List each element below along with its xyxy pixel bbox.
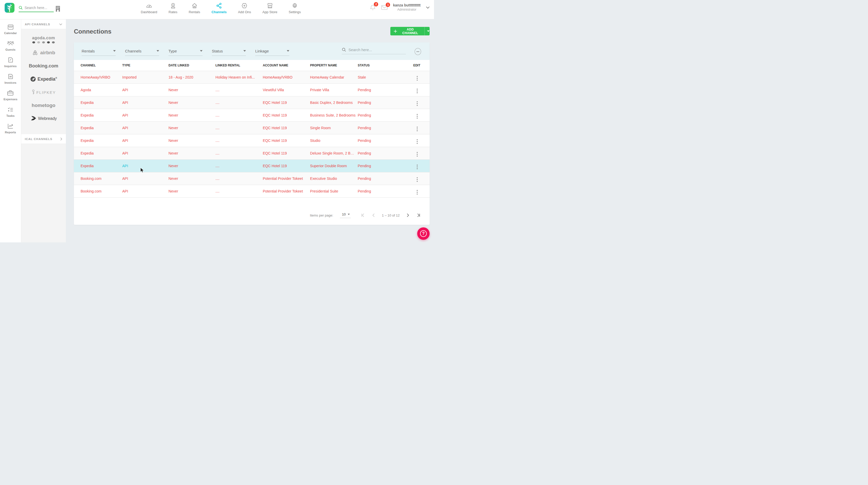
row-edit-kebab-icon[interactable] — [398, 84, 430, 96]
nav-rentals[interactable]: Rentals — [189, 2, 200, 14]
messages-button[interactable]: 1 — [381, 5, 388, 10]
nav-rates[interactable]: $ Rates — [169, 2, 178, 14]
row-edit-kebab-icon[interactable] — [398, 96, 430, 109]
user-menu-chevron-down-icon[interactable] — [426, 6, 430, 9]
channel-logo-flipkey[interactable]: FLIPKEY — [31, 88, 56, 97]
chevron-down-icon — [59, 23, 62, 25]
filter-linkage[interactable]: Linkage — [255, 49, 289, 56]
channel-logo-booking[interactable]: Booking.com — [29, 61, 58, 70]
table-row[interactable]: ExpediaAPINever....EQC Hotel 119Deluxe S… — [74, 147, 430, 159]
cell-channel[interactable]: HomeAway/VRBO — [74, 71, 122, 84]
cell-channel[interactable]: Expedia — [74, 96, 122, 109]
cell-channel[interactable]: Expedia — [74, 134, 122, 147]
sidebar-item-invoices[interactable]: Invoices — [4, 73, 16, 84]
user-menu[interactable]: kanza butttttttttt Administrator — [393, 3, 421, 11]
sidebar-label: Expenses — [4, 98, 18, 101]
api-channels-header[interactable]: API CHANNELS — [21, 19, 66, 29]
cell-type[interactable]: API — [122, 96, 168, 109]
table-row[interactable]: AgodaAPINever....Viewtiful VillaPrivate … — [74, 84, 430, 96]
sidebar-item-reports[interactable]: Reports — [5, 123, 16, 134]
nav-label: Rates — [169, 10, 178, 14]
table-row[interactable]: ExpediaAPINever....EQC Hotel 119StudioPe… — [74, 134, 430, 147]
table-row[interactable]: HomeAway/VRBOImported18 - Aug - 2020Holi… — [74, 71, 430, 84]
dropdown-caret-icon — [243, 50, 246, 52]
sidebar-item-calendar[interactable]: Calendar — [4, 24, 17, 35]
cell-account-name: Viewtiful Villa — [263, 84, 310, 96]
filter-status[interactable]: Status — [212, 49, 246, 56]
add-ons-hexagon-plus-icon — [241, 2, 248, 9]
nav-add-ons[interactable]: Add Ons — [238, 2, 251, 14]
items-per-page-select[interactable]: 10 — [340, 212, 351, 218]
row-edit-kebab-icon[interactable] — [398, 134, 430, 147]
filter-label: Type — [168, 49, 177, 53]
cell-channel[interactable]: Expedia — [74, 159, 122, 172]
cell-type[interactable]: API — [122, 134, 168, 147]
cell-type[interactable]: API — [122, 159, 168, 172]
nav-settings[interactable]: Settings — [289, 2, 301, 14]
row-edit-kebab-icon[interactable] — [398, 109, 430, 121]
sidebar-item-guests[interactable]: Guests — [5, 40, 16, 51]
first-page-button[interactable] — [361, 213, 365, 217]
cell-type[interactable]: API — [122, 121, 168, 134]
table-search-input[interactable] — [348, 48, 400, 52]
sidebar-label: Calendar — [4, 32, 17, 35]
cell-type[interactable]: API — [122, 185, 168, 198]
table-row[interactable]: ExpediaAPINever....EQC Hotel 119Basic Du… — [74, 96, 430, 109]
channel-logo-hometogo[interactable]: hometogo — [32, 101, 56, 110]
cell-channel[interactable]: Booking.com — [74, 185, 122, 198]
cell-type[interactable]: Imported — [122, 71, 168, 84]
channel-logo-airbnb[interactable]: airbnb — [32, 48, 55, 57]
table-row[interactable]: ExpediaAPINever....EQC Hotel 119Single R… — [74, 121, 430, 134]
table-row[interactable]: ExpediaAPINever....EQC Hotel 119Business… — [74, 109, 430, 121]
sidebar-item-tasks[interactable]: Tasks — [6, 106, 15, 117]
cell-channel[interactable]: Agoda — [74, 84, 122, 96]
app-logo[interactable] — [5, 3, 14, 13]
cell-channel[interactable]: Expedia — [74, 109, 122, 121]
add-channel-dropdown-caret[interactable] — [427, 30, 430, 32]
notifications-button[interactable]: 2 — [370, 4, 376, 11]
filter-label: Rentals — [82, 49, 95, 53]
global-search-input[interactable] — [25, 6, 52, 10]
sidebar-item-expenses[interactable]: Expenses — [4, 90, 18, 101]
sidebar-item-inquiries[interactable]: Inquiries — [4, 57, 17, 68]
cell-linked-rental: .... — [215, 185, 263, 198]
rates-dollar-icon: $ — [170, 2, 177, 9]
filter-channels[interactable]: Channels — [125, 49, 159, 56]
table-row[interactable]: Booking.comAPINever....Potential Provide… — [74, 185, 430, 198]
nav-app-store[interactable]: App Store — [262, 2, 277, 14]
cell-property-name: Deluxe Single Room, 2 Bedro... — [310, 147, 358, 159]
table-row[interactable]: ExpediaAPINever....EQC Hotel 119Superior… — [74, 159, 430, 172]
last-page-button[interactable] — [416, 213, 420, 217]
filter-rentals[interactable]: Rentals — [82, 49, 116, 56]
row-edit-kebab-icon[interactable] — [398, 147, 430, 159]
ical-channels-header[interactable]: ICAL CHANNELS — [21, 134, 66, 144]
nav-channels[interactable]: Channels — [212, 2, 227, 14]
rentals-switcher-icon[interactable] — [55, 5, 61, 12]
next-page-button[interactable] — [406, 213, 409, 217]
table-row[interactable]: Booking.comAPINever....Potential Provide… — [74, 172, 430, 185]
cell-channel[interactable]: Booking.com — [74, 172, 122, 185]
cell-channel[interactable]: Expedia — [74, 147, 122, 159]
collapse-filters-button[interactable] — [414, 48, 421, 55]
help-button[interactable]: ? — [417, 228, 430, 240]
search-icon — [19, 6, 23, 10]
previous-page-button[interactable] — [372, 213, 375, 217]
filter-type[interactable]: Type — [168, 49, 203, 56]
row-edit-kebab-icon[interactable] — [398, 159, 430, 172]
webready-x-icon — [30, 116, 36, 121]
row-edit-kebab-icon[interactable] — [398, 121, 430, 134]
row-edit-kebab-icon[interactable] — [398, 172, 430, 185]
channel-logo-expedia[interactable]: Expedia® — [30, 74, 57, 84]
cell-type[interactable]: API — [122, 109, 168, 121]
channel-logo-agoda[interactable]: agoda.com — [32, 35, 55, 44]
cell-status: Pending — [358, 147, 398, 159]
cell-type[interactable]: API — [122, 84, 168, 96]
channel-logo-webready[interactable]: Webready — [30, 114, 57, 123]
cell-type[interactable]: API — [122, 147, 168, 159]
nav-dashboard[interactable]: Dashboard — [141, 2, 157, 14]
cell-channel[interactable]: Expedia — [74, 121, 122, 134]
row-edit-kebab-icon[interactable] — [398, 185, 430, 198]
cell-type[interactable]: API — [122, 172, 168, 185]
add-channel-button[interactable]: ADD CHANNEL — [390, 27, 430, 35]
row-edit-kebab-icon[interactable] — [398, 71, 430, 84]
